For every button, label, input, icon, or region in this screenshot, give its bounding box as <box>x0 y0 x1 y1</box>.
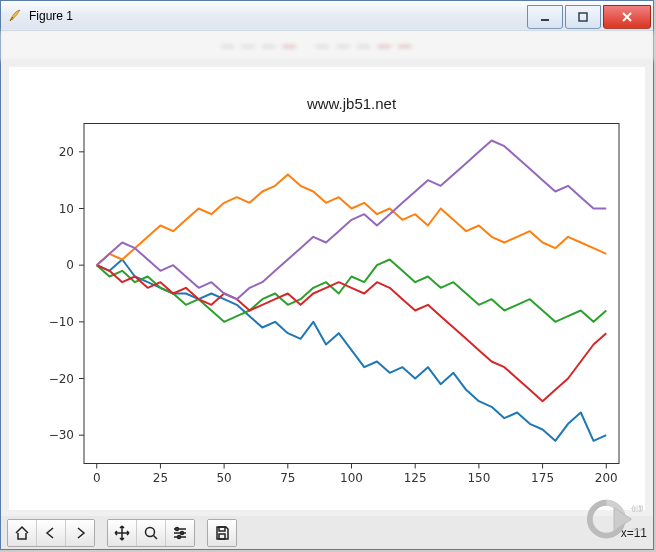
svg-text:20: 20 <box>59 145 74 159</box>
forward-button[interactable] <box>66 520 94 546</box>
svg-text:125: 125 <box>404 471 427 485</box>
home-button[interactable] <box>8 520 37 546</box>
svg-rect-4 <box>84 124 619 464</box>
svg-text:50: 50 <box>216 471 231 485</box>
window-buttons <box>525 5 651 27</box>
watermark-logo: 创新互联 CHUANG XIN <box>585 495 643 543</box>
svg-rect-40 <box>219 527 225 531</box>
back-button[interactable] <box>37 520 66 546</box>
svg-text:创新互联: 创新互联 <box>631 505 643 512</box>
chart-svg: 0255075100125150175200−30−20−1001020www.… <box>9 67 645 510</box>
svg-text:25: 25 <box>153 471 168 485</box>
close-button[interactable] <box>603 5 651 29</box>
svg-text:75: 75 <box>280 471 295 485</box>
svg-text:−10: −10 <box>49 315 74 329</box>
plot-canvas[interactable]: 0255075100125150175200−30−20−1001020www.… <box>9 67 645 510</box>
svg-text:175: 175 <box>531 471 554 485</box>
window-title: Figure 1 <box>29 9 525 23</box>
pan-button[interactable] <box>108 520 137 546</box>
svg-text:CHUANG XIN: CHUANG XIN <box>631 528 643 532</box>
svg-text:www.jb51.net: www.jb51.net <box>306 95 397 112</box>
figure-window: Figure 1 — — — —— — — — — 02550751001251… <box>0 0 654 550</box>
svg-text:−30: −30 <box>49 428 74 442</box>
title-bar[interactable]: Figure 1 <box>1 1 653 31</box>
maximize-button[interactable] <box>565 5 601 29</box>
svg-text:100: 100 <box>340 471 363 485</box>
svg-text:0: 0 <box>93 471 101 485</box>
svg-text:200: 200 <box>595 471 618 485</box>
zoom-button[interactable] <box>137 520 166 546</box>
svg-rect-1 <box>579 13 587 21</box>
background-blur: — — — —— — — — — <box>1 31 653 61</box>
nav-toolbar: x=11 <box>1 516 653 549</box>
svg-rect-41 <box>219 534 225 539</box>
save-button[interactable] <box>208 520 236 546</box>
svg-text:−20: −20 <box>49 372 74 386</box>
minimize-button[interactable] <box>527 5 563 29</box>
svg-point-36 <box>146 527 155 536</box>
svg-text:0: 0 <box>66 258 74 272</box>
svg-text:150: 150 <box>467 471 490 485</box>
tk-feather-icon <box>7 8 23 24</box>
svg-text:10: 10 <box>59 202 74 216</box>
configure-button[interactable] <box>166 520 194 546</box>
